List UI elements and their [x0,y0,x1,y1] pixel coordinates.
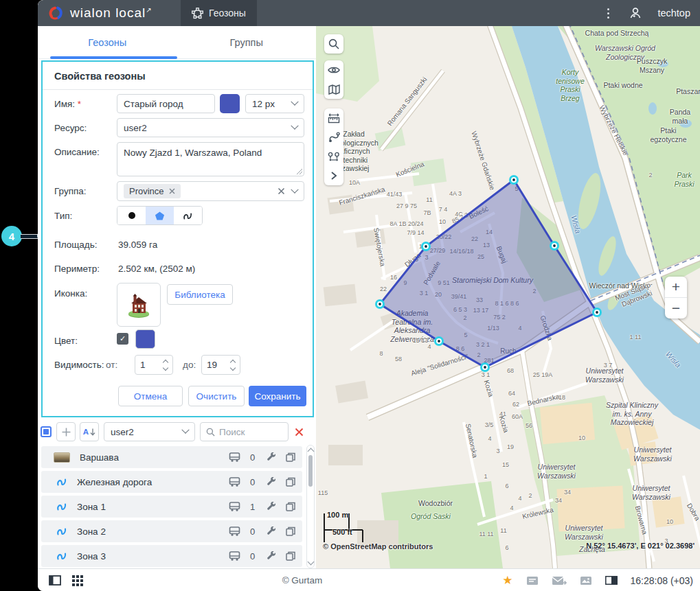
chevron-down-icon [181,426,189,434]
edit-wrench-icon[interactable] [267,502,276,511]
visibility-from-stepper[interactable]: 1 [135,355,173,375]
edit-wrench-icon[interactable] [267,477,276,487]
type-circle-option[interactable] [117,207,146,224]
toggle-sidebar-icon[interactable] [49,575,61,586]
form-title: Свойства геозоны [54,71,146,82]
save-button[interactable]: Сохранить [249,386,306,406]
units-in-geofence-icon [229,551,240,561]
color-label: Цвет: [54,336,78,346]
username[interactable]: techtop [657,8,690,19]
clock: 16:28:08 (+03) [631,575,693,586]
list-scrollbar[interactable] [306,445,315,568]
resource-filter-select[interactable]: user2 [104,422,195,441]
tab-groups[interactable]: Группы [177,26,317,59]
copy-icon[interactable] [286,526,295,536]
geofence-vertex-handle[interactable] [379,303,381,305]
text-size-select[interactable]: 12 px [245,94,304,113]
edit-wrench-icon[interactable] [267,551,276,561]
geofence-vertex-handle[interactable] [596,311,598,314]
search-box [200,422,289,441]
search-input[interactable] [219,427,282,437]
copy-icon[interactable] [286,551,295,561]
add-geofence-button[interactable] [56,422,76,441]
media-icon[interactable] [580,576,592,586]
library-button[interactable]: Библиотека [167,284,233,305]
remove-chip-icon[interactable] [169,188,175,194]
apps-grid-icon[interactable] [72,575,83,586]
geofence-list-toolbar: A user2 [38,419,316,445]
chevron-right-icon [330,171,337,181]
zoom-in-button[interactable]: + [665,277,687,297]
cancel-button[interactable]: Отмена [118,386,183,406]
close-search-icon[interactable] [295,428,304,437]
visibility-button[interactable] [324,60,343,80]
geofence-icon [192,8,203,19]
geofence-vertex-handle[interactable] [484,366,486,369]
stepper-arrows-icon[interactable] [231,360,235,370]
visibility-to-stepper[interactable]: 19 [201,355,240,375]
geofence-list-row[interactable]: Варшава0 [41,446,302,468]
building-icon [124,290,153,319]
copy-icon[interactable] [286,452,295,462]
geofence-list-row[interactable]: ✓Железная дорога0 [41,471,302,493]
line-geofence-icon [56,477,67,487]
app-tab-geofences[interactable]: Геозоны [181,0,257,26]
label-color-swatch[interactable] [220,94,240,113]
layout-mode-icon[interactable] [605,576,618,585]
notifications-icon[interactable] [526,576,539,586]
map-tools-control [324,108,343,185]
resource-select[interactable]: user2 [117,118,304,137]
edit-wrench-icon[interactable] [267,526,276,536]
geofence-vertex-handle[interactable] [425,245,427,248]
user-icon[interactable] [629,6,642,20]
app-window: wialon local↗ Геозоны [38,0,700,591]
select-all-checkbox[interactable] [41,426,52,437]
route-icon [328,132,340,143]
units-in-geofence-icon [229,502,240,511]
geofence-list-row[interactable]: ✓Зона 30 [41,545,302,567]
copy-icon[interactable] [286,502,295,511]
units-in-geofence-icon [229,526,240,536]
clear-button[interactable]: Очистить [188,386,245,406]
geofence-vertex-handle[interactable] [553,244,556,247]
units-count: 0 [250,526,257,537]
measure-distance-button[interactable] [324,108,343,128]
search-icon [328,38,339,49]
group-label: Группа: [54,186,87,196]
clear-selection-icon[interactable] [278,187,285,195]
map-source-button[interactable] [324,80,343,99]
group-chip[interactable]: Province [124,184,181,198]
from-label: от: [106,360,117,370]
geofence-list-row[interactable]: ✓Зона 11 [41,496,302,518]
expand-tools-button[interactable] [324,166,343,185]
type-line-option[interactable] [174,207,202,224]
edit-wrench-icon[interactable] [267,452,276,462]
stepper-arrows-icon[interactable] [163,360,168,370]
type-label: Тип: [54,211,72,221]
zoom-out-button[interactable]: − [665,298,687,318]
geofence-icon-preview[interactable] [117,283,161,327]
type-polygon-option[interactable] [146,207,174,224]
resize-grip[interactable] [295,167,302,174]
geofence-list-row[interactable]: ✓Зона 20 [41,520,302,542]
mail-icon[interactable] [552,576,567,586]
map[interactable]: Chata pod StrzechąWarszawski Ogród Zoolo… [316,26,700,568]
description-textarea[interactable]: Nowy Zjazd 1, Warszawa, Poland [117,142,304,176]
geofence-vertex-handle[interactable] [512,178,515,181]
routing-button[interactable] [324,128,343,147]
geofence-vertex-handle[interactable] [438,340,440,343]
copy-icon[interactable] [286,477,295,487]
map-search-button[interactable] [324,34,343,54]
favorites-star-icon[interactable]: ★ [502,573,512,588]
nearest-units-button[interactable] [324,147,343,166]
tab-geofences[interactable]: Геозоны [38,26,177,59]
group-multiselect[interactable]: Province [117,181,304,201]
sort-button[interactable]: A [80,422,99,441]
geofence-polygon[interactable] [380,180,597,367]
geofence-color-swatch[interactable] [135,329,155,349]
copyright: © Gurtam [271,569,333,591]
color-checkbox[interactable]: ✓ [117,333,128,345]
name-input[interactable] [117,94,215,113]
panel-tabs: Геозоны Группы [38,26,316,59]
menu-kebab-icon[interactable] [603,5,613,21]
